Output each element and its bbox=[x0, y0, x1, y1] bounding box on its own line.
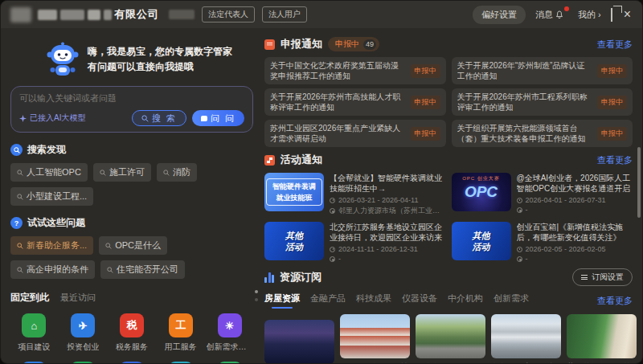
clock-icon bbox=[517, 247, 522, 252]
notices-title: 申报通知 bbox=[281, 37, 322, 51]
chat-bubble-icon bbox=[201, 116, 207, 121]
search-icon bbox=[107, 267, 113, 273]
discover-title: 搜索发现 bbox=[27, 143, 66, 157]
clock-icon bbox=[517, 198, 522, 203]
app-item[interactable]: ☀创新需求服务 bbox=[206, 313, 253, 353]
notices-header: 申报通知 申报中 49 查看更多 bbox=[264, 37, 633, 51]
assistant-greeting: 嗨，我是易宝，您的专属数字管家 有问题可以直接向我提哦 bbox=[46, 41, 253, 78]
messages-button[interactable]: 消息 bbox=[535, 9, 568, 21]
notice-card[interactable]: 关于开展2026年苏州市工程系列职称评审工作的通知申报中 bbox=[452, 88, 633, 116]
activity-card[interactable]: OPC 创业大赛OPC @全球AI创业者，2026国际人工智能OPC创业大赛报名… bbox=[452, 173, 633, 216]
investment-startup-icon: ✈ bbox=[71, 313, 95, 337]
resources-tabs: 房屋资源 金融产品 科技成果 仪器设备 中介机构 创新需求 查看更多 bbox=[264, 292, 633, 309]
search-icon bbox=[17, 170, 23, 176]
legal-user-badge: 法人用户 bbox=[262, 6, 307, 22]
question-chips: 新春助企服务... OPC是什么 高企申报的条件 住宅能否开公司 bbox=[10, 236, 253, 279]
search-icon bbox=[163, 170, 170, 176]
search-icon bbox=[17, 267, 23, 273]
ai-search-input[interactable] bbox=[19, 93, 244, 103]
resources-more-link[interactable]: 查看更多 bbox=[597, 295, 633, 307]
question-chip[interactable]: 住宅能否开公司 bbox=[100, 260, 185, 279]
chart-bars-icon bbox=[264, 272, 274, 283]
tab-intermediaries[interactable]: 中介机构 bbox=[448, 292, 483, 309]
tab-housing[interactable]: 房屋资源 bbox=[264, 292, 300, 309]
window-close-button[interactable]: × bbox=[622, 8, 633, 21]
search-icon bbox=[141, 115, 149, 122]
status-badge: 申报中 bbox=[411, 96, 440, 109]
greeting-line1: 嗨，我是易宝，您的专属数字管家 bbox=[88, 44, 232, 59]
search-icon bbox=[17, 243, 23, 249]
discover-chip[interactable]: 消防 bbox=[157, 163, 197, 182]
search-button[interactable]: 搜 索 bbox=[132, 110, 186, 126]
questions-title: 试试这些问题 bbox=[27, 216, 85, 230]
page-dot-active[interactable] bbox=[255, 290, 258, 293]
resources-header: 资源订阅 订阅设置 bbox=[264, 268, 633, 286]
activity-card[interactable]: 其他活动 创业百宝箱|《新增值税法实施后，有哪些新变化值得关注》 2026-02… bbox=[452, 222, 633, 263]
menu-icon bbox=[581, 275, 588, 280]
app-item[interactable]: 工用工服务 bbox=[157, 313, 204, 353]
discover-chip[interactable]: 小型建设工程... bbox=[10, 187, 93, 206]
discover-chip[interactable]: 人工智能OPC bbox=[10, 163, 88, 182]
page-dot[interactable] bbox=[255, 298, 258, 301]
app-item[interactable]: ⌂项目建设 bbox=[10, 313, 58, 353]
notice-card[interactable]: 关于开展2026年“苏州制造”品牌认证工作的通知申报中 bbox=[452, 57, 633, 84]
activity-card[interactable]: 智能硬件装调就业技能班 【会帮就业】智能硬件装调就业技能班招生中→ 2026-0… bbox=[264, 173, 446, 216]
app-item[interactable]: ✈投资创业 bbox=[59, 313, 107, 353]
status-badge: 申报中 bbox=[597, 127, 627, 141]
mascot-robot-icon bbox=[46, 41, 80, 78]
search-icon bbox=[100, 170, 106, 176]
content-panel: 申报通知 申报中 49 查看更多 关于中国文化艺术政府奖第五届动漫奖申报推荐工作… bbox=[264, 31, 633, 364]
activities-header: 活动通知 查看更多 bbox=[264, 153, 633, 167]
document-icon bbox=[264, 39, 275, 50]
question-chip[interactable]: 高企申报的条件 bbox=[10, 260, 95, 279]
notice-card[interactable]: 苏州工业园区2026年重点产业紧缺人才需求调研启动申报中 bbox=[264, 120, 446, 147]
tab-tech-achievements[interactable]: 科技成果 bbox=[356, 292, 391, 309]
activities-more-link[interactable]: 查看更多 bbox=[597, 154, 633, 166]
notices-grid: 关于中国文化艺术政府奖第五届动漫奖申报推荐工作的通知申报中 关于开展2026年“… bbox=[264, 57, 633, 147]
property-card[interactable]: 6-9A0 bbox=[264, 314, 334, 364]
question-chip[interactable]: OPC是什么 bbox=[99, 236, 167, 255]
tab-recent[interactable]: 最近访问 bbox=[60, 292, 96, 304]
discover-search-icon bbox=[10, 144, 23, 156]
scrollbar-thumb[interactable] bbox=[637, 147, 641, 218]
activity-thumbnail: 智能硬件装调就业技能班 bbox=[264, 173, 324, 211]
search-icon bbox=[105, 243, 112, 249]
location-icon bbox=[517, 256, 522, 262]
clock-icon bbox=[330, 198, 335, 203]
titlebar: 有限公司 法定代表人 法人用户 偏好设置 消息 我的 › × bbox=[1, 1, 642, 28]
tab-instruments[interactable]: 仪器设备 bbox=[402, 292, 437, 309]
discover-chips: 人工智能OPC 施工许可 消防 小型建设工程... bbox=[10, 163, 253, 206]
property-photo-night-city bbox=[264, 320, 334, 364]
app-item[interactable]: 税税务服务 bbox=[109, 313, 156, 353]
window-restore-button[interactable] bbox=[611, 9, 612, 21]
property-card[interactable]: 56文创园，通园路，办公，95-1800平 bbox=[416, 314, 485, 364]
ai-search-box[interactable]: 已接入AI大模型 搜 索 问 问 bbox=[10, 86, 253, 133]
property-photo-red-building bbox=[340, 314, 410, 358]
subscription-settings-button[interactable]: 订阅设置 bbox=[572, 268, 633, 286]
ask-button[interactable]: 问 问 bbox=[192, 110, 244, 126]
mine-button[interactable]: 我的 › bbox=[578, 9, 601, 21]
property-card[interactable]: 桑田岛科创园2号楼409室 bbox=[340, 314, 410, 364]
notice-card[interactable]: 关于组织开展第六批能源领域首台（套）重大技术装备申报工作的通知申报中 bbox=[452, 120, 633, 147]
notices-filter-pill[interactable]: 申报中 49 bbox=[328, 37, 379, 51]
close-icon: × bbox=[624, 7, 631, 21]
notices-more-link[interactable]: 查看更多 bbox=[597, 39, 633, 51]
activity-thumbnail: 其他活动 bbox=[452, 222, 511, 260]
notice-card[interactable]: 关于中国文化艺术政府奖第五届动漫奖申报推荐工作的通知申报中 bbox=[264, 57, 446, 84]
location-icon bbox=[330, 208, 335, 214]
tab-finance[interactable]: 金融产品 bbox=[310, 292, 346, 309]
tab-pinned[interactable]: 固定到此 bbox=[10, 291, 49, 305]
questions-section-header: ? 试试这些问题 bbox=[10, 216, 253, 230]
activity-card[interactable]: 其他活动 北交所江苏服务基地设立园区企业接待日，欢迎园区企业来访来询！ 2024… bbox=[264, 222, 446, 263]
notice-card[interactable]: 关于开展2026年苏州市高技能人才职称评审工作的通知申报中 bbox=[264, 88, 446, 116]
sparkle-icon bbox=[19, 115, 27, 122]
preferences-button[interactable]: 偏好设置 bbox=[473, 6, 526, 24]
property-card[interactable]: 富华科技大厦，崇义路，办公，1340平 bbox=[491, 314, 561, 364]
discover-chip[interactable]: 施工许可 bbox=[93, 163, 151, 182]
redacted-company-name bbox=[38, 10, 112, 20]
property-card[interactable]: 蒲公英孵化器，苏州国际科技园五期，... bbox=[567, 314, 637, 364]
chevron-right-icon: › bbox=[598, 10, 601, 19]
tab-innovation-demand[interactable]: 创新需求 bbox=[494, 292, 529, 309]
apps-pagination bbox=[255, 290, 258, 301]
question-chip[interactable]: 新春助企服务... bbox=[10, 236, 93, 255]
